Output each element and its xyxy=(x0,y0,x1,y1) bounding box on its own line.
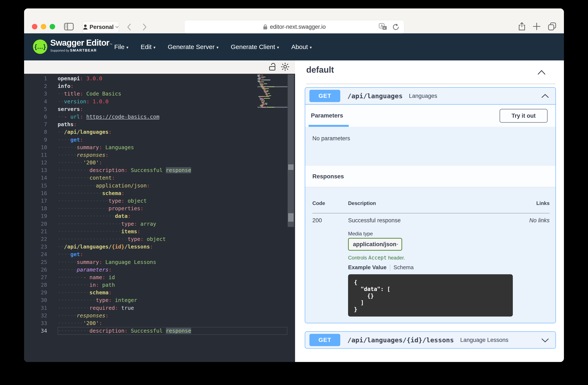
supported-by-line: Supported by SMARTBEAR xyxy=(50,48,112,53)
responses-section: Code Description Links 200 Successful re… xyxy=(305,187,555,323)
tab-overview-icon[interactable] xyxy=(548,22,556,31)
code-line-22[interactable]: 22······················type: object xyxy=(24,235,295,243)
code-line-20[interactable]: 20····················type: array xyxy=(24,220,295,228)
line-number: 33 xyxy=(24,320,58,327)
editor-scrollbar[interactable] xyxy=(288,74,294,227)
translate-icon[interactable]: A x xyxy=(379,23,388,31)
tab-separator xyxy=(390,264,390,271)
share-icon[interactable] xyxy=(518,22,525,31)
minimize-window-button[interactable] xyxy=(41,24,46,29)
code-line-34[interactable]: 34··········description: Successful resp… xyxy=(24,327,295,335)
media-type-select[interactable]: application/json xyxy=(348,238,402,251)
line-number: 4 xyxy=(24,98,58,106)
unlock-icon[interactable] xyxy=(268,63,276,72)
menu-bar: File▾ Edit▾ Generate Server▾ Generate Cl… xyxy=(114,33,312,61)
code-line-32[interactable]: 32······responses: xyxy=(24,312,295,320)
close-window-button[interactable] xyxy=(32,24,37,29)
code-line-1[interactable]: 1openapi: 3.0.0 xyxy=(24,75,295,82)
code-line-27[interactable]: 27········- name: id xyxy=(24,274,295,281)
menu-generate-client[interactable]: Generate Client▾ xyxy=(231,43,279,50)
code-line-8[interactable]: 8··/api/languages: xyxy=(24,128,295,136)
line-number: 20 xyxy=(24,220,58,228)
line-number: 12 xyxy=(24,159,58,167)
editor-toolbar xyxy=(24,61,295,74)
tab-parameters[interactable]: Parameters xyxy=(311,112,343,119)
code-line-17[interactable]: 17················type: object xyxy=(24,197,295,205)
menu-generate-server[interactable]: Generate Server▾ xyxy=(168,43,218,50)
responses-header: Responses xyxy=(305,166,555,187)
media-type-label: Media type xyxy=(348,231,373,237)
theme-brightness-icon[interactable] xyxy=(281,62,290,72)
code-line-11[interactable]: 11······responses: xyxy=(24,151,295,159)
code-line-28[interactable]: 28··········in: path xyxy=(24,281,295,289)
code-line-9[interactable]: 9····get: xyxy=(24,136,295,144)
code-line-19[interactable]: 19··················data: xyxy=(24,212,295,220)
code-line-15[interactable]: 15············application/json: xyxy=(24,182,295,190)
line-number: 23 xyxy=(24,243,58,251)
example-json: { "data": [ {} ] } xyxy=(354,279,507,313)
try-it-out-button[interactable]: Try it out xyxy=(500,109,548,123)
minimap[interactable] xyxy=(257,75,287,113)
code-line-14[interactable]: 14··········content: xyxy=(24,174,295,182)
line-number: 25 xyxy=(24,258,58,266)
code-line-29[interactable]: 29··········schema: xyxy=(24,289,295,297)
code-line-13[interactable]: 13··········description: Successful resp… xyxy=(24,167,295,174)
expand-operation-icon[interactable] xyxy=(541,338,549,343)
line-number: 18 xyxy=(24,205,58,212)
scrollbar-handle[interactable] xyxy=(288,164,294,170)
operation-path: /api/languages/{id}/lessons xyxy=(347,336,454,344)
code-line-23[interactable]: 23··/api/languages/{id}/lessons: xyxy=(24,243,295,251)
line-number: 28 xyxy=(24,281,58,289)
code-line-31[interactable]: 31··········required: true xyxy=(24,304,295,312)
menu-file[interactable]: File▾ xyxy=(114,43,128,50)
code-line-4[interactable]: 4··version: 1.0.0 xyxy=(24,98,295,106)
code-line-18[interactable]: 18················properties: xyxy=(24,205,295,212)
sidebar-toggle-icon[interactable] xyxy=(64,22,74,31)
line-number: 17 xyxy=(24,197,58,205)
person-icon xyxy=(83,24,88,30)
code-line-25[interactable]: 25······summary: Language Lessons xyxy=(24,258,295,266)
tab-example-value[interactable]: Example Value xyxy=(348,264,386,271)
line-number: 13 xyxy=(24,167,58,174)
profile-button[interactable]: Personal xyxy=(82,21,119,33)
code-editor-pane[interactable]: 1openapi: 3.0.02info:3··title: Code Basi… xyxy=(24,61,295,362)
operation-get-languages: GET /api/languages Languages Parameters … xyxy=(305,87,556,323)
forward-button-icon[interactable] xyxy=(142,23,147,31)
method-badge: GET xyxy=(309,334,340,346)
menu-edit[interactable]: Edit▾ xyxy=(141,43,155,50)
code-line-3[interactable]: 3··title: Code Basics xyxy=(24,90,295,98)
code-line-12[interactable]: 12········'200': xyxy=(24,159,295,167)
line-number: 24 xyxy=(24,251,58,258)
line-number: 1 xyxy=(24,75,58,82)
collapse-tag-icon[interactable] xyxy=(537,70,546,76)
new-tab-icon[interactable] xyxy=(533,22,541,30)
operation-summary-row[interactable]: GET /api/languages Languages xyxy=(305,88,555,105)
line-number: 19 xyxy=(24,212,58,220)
collapse-operation-icon[interactable] xyxy=(541,94,549,99)
code-line-16[interactable]: 16··············schema: xyxy=(24,190,295,197)
code-line-5[interactable]: 5servers: xyxy=(24,106,295,113)
code-lines[interactable]: 1openapi: 3.0.02info:3··title: Code Basi… xyxy=(24,75,295,335)
address-bar[interactable]: editor-next.swagger.io A x xyxy=(184,20,404,34)
code-line-33[interactable]: 33········'200': xyxy=(24,320,295,327)
profile-label: Personal xyxy=(89,24,114,30)
menu-about[interactable]: About▾ xyxy=(291,43,312,50)
zoom-window-button[interactable] xyxy=(50,24,55,29)
code-line-24[interactable]: 24····get: xyxy=(24,251,295,258)
scrollbar-handle[interactable] xyxy=(288,213,294,222)
controls-accept-note: Controls Accept header. xyxy=(348,255,405,261)
response-code: 200 xyxy=(312,217,322,224)
tag-divider xyxy=(306,84,555,84)
operation-summary-row[interactable]: GET /api/languages/{id}/lessons Language… xyxy=(305,332,555,348)
code-line-21[interactable]: 21····················items: xyxy=(24,228,295,235)
code-line-7[interactable]: 7paths: xyxy=(24,121,295,128)
code-line-6[interactable]: 6··- url: https://code-basics.com xyxy=(24,113,295,121)
code-line-10[interactable]: 10······summary: Languages xyxy=(24,144,295,151)
operation-summary: Languages xyxy=(409,93,437,99)
code-line-2[interactable]: 2info: xyxy=(24,82,295,90)
code-line-26[interactable]: 26······parameters: xyxy=(24,266,295,274)
back-button-icon[interactable] xyxy=(127,23,131,31)
tab-schema[interactable]: Schema xyxy=(394,264,414,271)
code-line-30[interactable]: 30············type: integer xyxy=(24,297,295,304)
reload-icon[interactable] xyxy=(391,23,399,31)
